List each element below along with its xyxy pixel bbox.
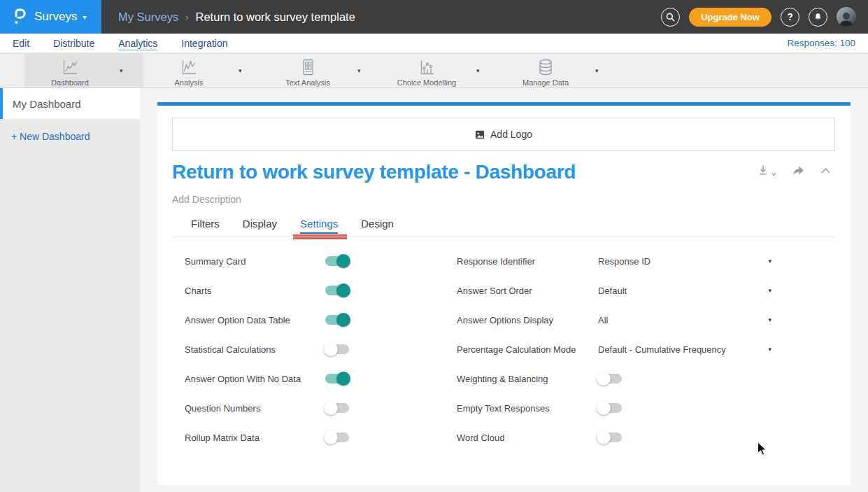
setting-row-summary-card: Summary Card (185, 246, 450, 276)
responses-count[interactable]: Responses: 100 (787, 38, 855, 48)
statistical-calculations-toggle[interactable] (325, 344, 349, 354)
answer-option-data-table-toggle[interactable] (325, 315, 349, 325)
toolbar-item-text-analysis[interactable]: Text Analysis▾ (262, 54, 381, 87)
text-analysis-icon (299, 58, 317, 77)
toolbar-item-manage-data[interactable]: Manage Data▾ (500, 54, 619, 87)
toolbar-item-main[interactable]: Analysis (143, 55, 234, 87)
dashboard-actions (757, 164, 831, 176)
product-name: Surveys (34, 10, 77, 24)
add-logo-button[interactable]: Add Logo (172, 118, 835, 151)
breadcrumb: My Surveys › Return to work survey templ… (118, 10, 355, 24)
toolbar-item-analysis[interactable]: Analysis▾ (143, 54, 262, 87)
tab-filters[interactable]: Filters (191, 218, 220, 234)
question-numbers-toggle[interactable] (325, 403, 349, 413)
selected-value: All (598, 315, 608, 325)
empty-text-responses-toggle[interactable] (598, 403, 622, 413)
settings-tabs: FiltersDisplaySettingsDesign (191, 218, 394, 234)
setting-label: Answer Option With No Data (185, 374, 325, 384)
summary-card-toggle[interactable] (325, 256, 349, 266)
setting-label: Charts (185, 286, 325, 296)
toggle-knob (324, 430, 338, 444)
toolbar-item-main[interactable]: Manage Data (500, 55, 591, 87)
download-button[interactable] (757, 164, 776, 176)
page-title: Return to work survey template - Dashboa… (172, 161, 576, 183)
dashboard-panel: Add Logo Return to work survey template … (157, 106, 851, 485)
setting-row-word-cloud: Word Cloud (457, 423, 820, 452)
top-header-bar: Surveys ▾ My Surveys › Return to work su… (0, 0, 868, 34)
dashboard-chart-icon (61, 58, 79, 77)
toggle-knob (336, 254, 350, 268)
download-icon (757, 164, 769, 176)
setting-label: Statistical Calculations (185, 344, 325, 355)
setting-row-answer-options-display: Answer Options DisplayAll▾ (457, 305, 820, 335)
new-dashboard-button[interactable]: + New Dashboard (11, 131, 90, 142)
setting-row-answer-option-data-table: Answer Option Data Table (185, 305, 450, 335)
header-actions: Upgrade Now ? (661, 7, 868, 27)
dropdown-caret-icon: ▾ (768, 258, 771, 265)
nav-items: EditDistributeAnalyticsIntegration (13, 38, 227, 49)
toggle-knob (597, 401, 611, 415)
toolbar-item-label: Analysis (175, 78, 204, 87)
setting-label: Response Identifier (457, 256, 598, 267)
search-button[interactable] (661, 8, 680, 27)
dropdown-caret-icon: ▾ (768, 287, 771, 294)
product-switcher[interactable]: Surveys ▾ (0, 0, 101, 34)
settings-column-right: Response IdentifierResponse ID▾Answer So… (457, 246, 820, 452)
nav-item-analytics[interactable]: Analytics (118, 38, 157, 49)
dashboard-sidebar: My Dashboard + New Dashboard (0, 88, 140, 492)
toggle-knob (324, 342, 338, 356)
add-description-placeholder[interactable]: Add Description (172, 194, 241, 205)
add-logo-label: Add Logo (490, 129, 532, 140)
breadcrumb-current-survey: Return to work survey template (196, 10, 355, 24)
help-button[interactable]: ? (781, 8, 799, 27)
setting-row-response-identifier: Response IdentifierResponse ID▾ (457, 246, 820, 276)
dropdown-caret-icon[interactable]: ▾ (357, 67, 361, 74)
rollup-matrix-data-toggle[interactable] (325, 433, 349, 442)
dropdown-caret-icon[interactable]: ▾ (239, 67, 242, 74)
tab-display[interactable]: Display (243, 218, 277, 234)
toolbar-item-label: Text Analysis (285, 78, 330, 87)
breadcrumb-my-surveys[interactable]: My Surveys (118, 10, 178, 24)
toggle-knob (597, 372, 611, 386)
nav-item-distribute[interactable]: Distribute (53, 38, 94, 49)
toolbar-item-choice-modelling[interactable]: Choice Modelling▾ (381, 54, 500, 87)
nav-item-edit[interactable]: Edit (13, 38, 29, 49)
answer-sort-order-select[interactable]: Default▾ (598, 286, 771, 296)
dropdown-caret-icon: ▾ (768, 316, 771, 323)
weighting-balancing-toggle[interactable] (598, 374, 622, 384)
upgrade-now-button[interactable]: Upgrade Now (689, 8, 771, 27)
toolbar-item-main[interactable]: Dashboard (24, 55, 115, 87)
selected-value: Default - Cumulative Frequency (598, 344, 726, 355)
selected-value: Default (598, 286, 627, 296)
answer-options-display-select[interactable]: All▾ (598, 315, 771, 325)
nav-item-integration[interactable]: Integration (181, 38, 227, 49)
dropdown-caret-icon[interactable]: ▾ (476, 67, 480, 74)
toolbar-item-main[interactable]: Choice Modelling (381, 55, 472, 87)
answer-option-with-no-data-toggle[interactable] (325, 374, 349, 384)
sidebar-item-my-dashboard[interactable]: My Dashboard (0, 88, 140, 119)
notifications-button[interactable] (809, 8, 827, 27)
search-icon (665, 12, 676, 22)
setting-row-question-numbers: Question Numbers (185, 393, 450, 423)
response-identifier-select[interactable]: Response ID▾ (598, 256, 771, 267)
charts-toggle[interactable] (325, 286, 349, 295)
database-icon (536, 58, 555, 77)
share-button[interactable] (792, 164, 805, 176)
collapse-button[interactable] (820, 167, 831, 174)
toolbar-item-main[interactable]: Text Analysis (262, 55, 353, 87)
dropdown-caret-icon[interactable]: ▾ (120, 67, 123, 74)
word-cloud-toggle[interactable] (598, 433, 622, 442)
setting-label: Empty Text Responses (457, 403, 598, 414)
setting-label: Rollup Matrix Data (185, 433, 325, 443)
percentage-calculation-mode-select[interactable]: Default - Cumulative Frequency▾ (598, 344, 771, 355)
share-arrow-icon (792, 164, 805, 176)
tab-settings[interactable]: Settings (300, 218, 338, 234)
choice-modelling-icon (418, 58, 436, 77)
dropdown-caret-icon[interactable]: ▾ (595, 67, 599, 74)
tab-design[interactable]: Design (361, 218, 394, 234)
toolbar-item-dashboard[interactable]: Dashboard▾ (24, 54, 143, 87)
user-avatar[interactable] (837, 7, 856, 27)
setting-label: Answer Sort Order (457, 286, 598, 296)
survey-nav-row: EditDistributeAnalyticsIntegration Respo… (0, 34, 868, 53)
chevron-up-icon (820, 167, 831, 174)
